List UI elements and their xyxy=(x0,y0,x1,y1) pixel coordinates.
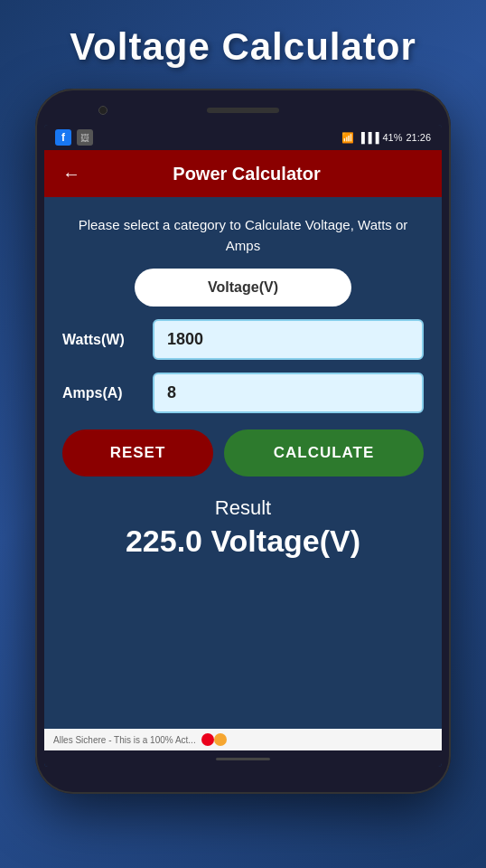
ad-text: Alles Sichere - This is a 100% Act... xyxy=(53,735,196,745)
amps-label: Amps(A) xyxy=(62,385,144,401)
app-bar-title: Power Calculator xyxy=(98,164,395,184)
app-bar: ← Power Calculator xyxy=(44,150,442,197)
calculate-button[interactable]: CALCULATE xyxy=(224,429,424,476)
image-icon: 🖼 xyxy=(77,129,93,146)
battery-level: 41% xyxy=(382,132,402,143)
result-label: Result xyxy=(126,496,360,520)
watts-label: Watts(W) xyxy=(62,332,144,348)
facebook-icon: f xyxy=(55,129,71,146)
category-dropdown[interactable]: Voltage(V) xyxy=(135,269,351,307)
amps-row: Amps(A) xyxy=(62,373,424,413)
front-camera xyxy=(98,106,107,115)
instruction-text: Please select a category to Calculate Vo… xyxy=(62,215,424,256)
app-content: Please select a category to Calculate Vo… xyxy=(44,197,442,729)
amps-input[interactable] xyxy=(153,373,424,413)
signal-icon: ▐▐▐ xyxy=(358,132,379,143)
back-button[interactable]: ← xyxy=(59,160,84,188)
phone-screen: f 🖼 📶 ▐▐▐ 41% 21:26 ← Power Calculator P… xyxy=(44,125,442,767)
phone-speaker xyxy=(207,108,279,113)
wifi-icon: 📶 xyxy=(341,132,354,144)
status-bar: f 🖼 📶 ▐▐▐ 41% 21:26 xyxy=(44,125,442,150)
page-title: Voltage Calculator xyxy=(70,25,416,69)
ad-banner: Alles Sichere - This is a 100% Act... xyxy=(44,729,442,750)
status-right: 📶 ▐▐▐ 41% 21:26 xyxy=(341,132,431,144)
button-row: RESET CALCULATE xyxy=(62,429,424,476)
home-indicator xyxy=(216,758,270,760)
result-section: Result 225.0 Voltage(V) xyxy=(126,496,360,559)
status-left-icons: f 🖼 xyxy=(55,129,93,146)
phone-bottom-bar xyxy=(44,750,442,767)
watts-input[interactable] xyxy=(153,319,424,360)
phone-frame: f 🖼 📶 ▐▐▐ 41% 21:26 ← Power Calculator P… xyxy=(35,89,451,794)
clock: 21:26 xyxy=(406,132,431,143)
watts-row: Watts(W) xyxy=(62,319,424,360)
reset-button[interactable]: RESET xyxy=(62,429,213,476)
phone-chin xyxy=(44,767,442,785)
result-value: 225.0 Voltage(V) xyxy=(126,524,360,559)
phone-top xyxy=(44,98,442,123)
mastercard-icon xyxy=(201,732,227,747)
